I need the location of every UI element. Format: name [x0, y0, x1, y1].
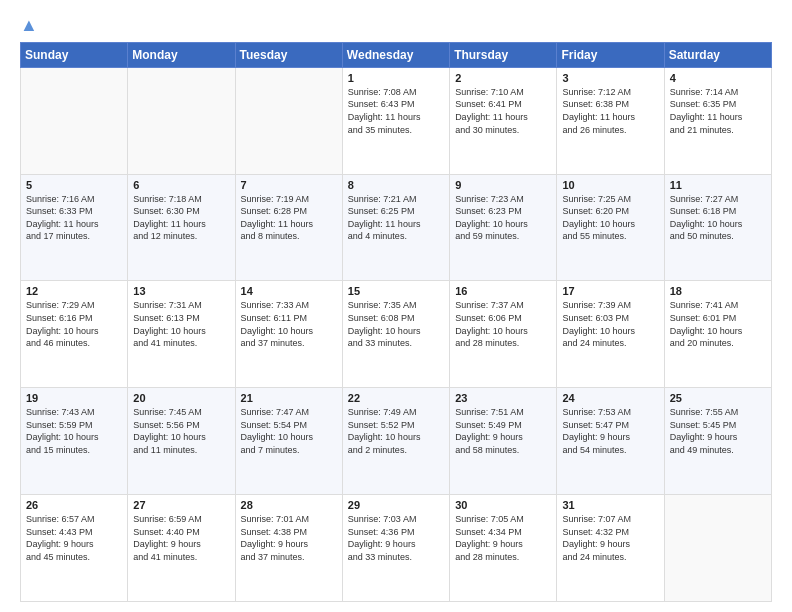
day-number: 3 — [562, 72, 658, 84]
calendar-cell: 5Sunrise: 7:16 AM Sunset: 6:33 PM Daylig… — [21, 174, 128, 281]
day-number: 17 — [562, 285, 658, 297]
day-info: Sunrise: 6:57 AM Sunset: 4:43 PM Dayligh… — [26, 513, 122, 563]
day-info: Sunrise: 7:53 AM Sunset: 5:47 PM Dayligh… — [562, 406, 658, 456]
day-info: Sunrise: 7:43 AM Sunset: 5:59 PM Dayligh… — [26, 406, 122, 456]
calendar-cell: 1Sunrise: 7:08 AM Sunset: 6:43 PM Daylig… — [342, 67, 449, 174]
calendar-cell: 17Sunrise: 7:39 AM Sunset: 6:03 PM Dayli… — [557, 281, 664, 388]
day-info: Sunrise: 7:27 AM Sunset: 6:18 PM Dayligh… — [670, 193, 766, 243]
day-number: 7 — [241, 179, 337, 191]
calendar-cell: 16Sunrise: 7:37 AM Sunset: 6:06 PM Dayli… — [450, 281, 557, 388]
day-number: 26 — [26, 499, 122, 511]
day-number: 15 — [348, 285, 444, 297]
day-number: 27 — [133, 499, 229, 511]
day-number: 28 — [241, 499, 337, 511]
day-info: Sunrise: 7:51 AM Sunset: 5:49 PM Dayligh… — [455, 406, 551, 456]
page: ▲ SundayMondayTuesdayWednesdayThursdayFr… — [0, 0, 792, 612]
day-info: Sunrise: 7:03 AM Sunset: 4:36 PM Dayligh… — [348, 513, 444, 563]
day-info: Sunrise: 7:08 AM Sunset: 6:43 PM Dayligh… — [348, 86, 444, 136]
day-number: 11 — [670, 179, 766, 191]
calendar-cell: 27Sunrise: 6:59 AM Sunset: 4:40 PM Dayli… — [128, 495, 235, 602]
day-number: 16 — [455, 285, 551, 297]
weekday-header-thursday: Thursday — [450, 42, 557, 67]
calendar-week-row: 19Sunrise: 7:43 AM Sunset: 5:59 PM Dayli… — [21, 388, 772, 495]
day-info: Sunrise: 7:14 AM Sunset: 6:35 PM Dayligh… — [670, 86, 766, 136]
day-info: Sunrise: 7:41 AM Sunset: 6:01 PM Dayligh… — [670, 299, 766, 349]
day-info: Sunrise: 7:35 AM Sunset: 6:08 PM Dayligh… — [348, 299, 444, 349]
logo-text: ▲ — [20, 16, 38, 36]
calendar-cell: 10Sunrise: 7:25 AM Sunset: 6:20 PM Dayli… — [557, 174, 664, 281]
day-number: 25 — [670, 392, 766, 404]
calendar-cell: 18Sunrise: 7:41 AM Sunset: 6:01 PM Dayli… — [664, 281, 771, 388]
calendar-cell: 12Sunrise: 7:29 AM Sunset: 6:16 PM Dayli… — [21, 281, 128, 388]
day-info: Sunrise: 7:47 AM Sunset: 5:54 PM Dayligh… — [241, 406, 337, 456]
day-number: 30 — [455, 499, 551, 511]
calendar-cell: 2Sunrise: 7:10 AM Sunset: 6:41 PM Daylig… — [450, 67, 557, 174]
day-number: 1 — [348, 72, 444, 84]
day-number: 6 — [133, 179, 229, 191]
calendar-cell — [128, 67, 235, 174]
calendar-cell: 15Sunrise: 7:35 AM Sunset: 6:08 PM Dayli… — [342, 281, 449, 388]
weekday-header-friday: Friday — [557, 42, 664, 67]
calendar-cell: 9Sunrise: 7:23 AM Sunset: 6:23 PM Daylig… — [450, 174, 557, 281]
day-info: Sunrise: 7:49 AM Sunset: 5:52 PM Dayligh… — [348, 406, 444, 456]
calendar-cell: 3Sunrise: 7:12 AM Sunset: 6:38 PM Daylig… — [557, 67, 664, 174]
day-info: Sunrise: 7:55 AM Sunset: 5:45 PM Dayligh… — [670, 406, 766, 456]
day-info: Sunrise: 7:10 AM Sunset: 6:41 PM Dayligh… — [455, 86, 551, 136]
day-number: 29 — [348, 499, 444, 511]
day-info: Sunrise: 7:07 AM Sunset: 4:32 PM Dayligh… — [562, 513, 658, 563]
calendar-cell — [664, 495, 771, 602]
day-info: Sunrise: 7:37 AM Sunset: 6:06 PM Dayligh… — [455, 299, 551, 349]
day-number: 18 — [670, 285, 766, 297]
day-number: 10 — [562, 179, 658, 191]
day-number: 20 — [133, 392, 229, 404]
calendar-cell: 22Sunrise: 7:49 AM Sunset: 5:52 PM Dayli… — [342, 388, 449, 495]
calendar-cell: 19Sunrise: 7:43 AM Sunset: 5:59 PM Dayli… — [21, 388, 128, 495]
calendar-cell — [235, 67, 342, 174]
calendar-cell: 31Sunrise: 7:07 AM Sunset: 4:32 PM Dayli… — [557, 495, 664, 602]
day-number: 19 — [26, 392, 122, 404]
day-info: Sunrise: 7:25 AM Sunset: 6:20 PM Dayligh… — [562, 193, 658, 243]
day-number: 8 — [348, 179, 444, 191]
day-number: 31 — [562, 499, 658, 511]
calendar-cell: 30Sunrise: 7:05 AM Sunset: 4:34 PM Dayli… — [450, 495, 557, 602]
day-info: Sunrise: 7:01 AM Sunset: 4:38 PM Dayligh… — [241, 513, 337, 563]
calendar-cell: 7Sunrise: 7:19 AM Sunset: 6:28 PM Daylig… — [235, 174, 342, 281]
calendar-cell: 23Sunrise: 7:51 AM Sunset: 5:49 PM Dayli… — [450, 388, 557, 495]
day-info: Sunrise: 7:23 AM Sunset: 6:23 PM Dayligh… — [455, 193, 551, 243]
weekday-header-monday: Monday — [128, 42, 235, 67]
logo: ▲ — [20, 16, 38, 34]
weekday-header-row: SundayMondayTuesdayWednesdayThursdayFrid… — [21, 42, 772, 67]
calendar-cell: 6Sunrise: 7:18 AM Sunset: 6:30 PM Daylig… — [128, 174, 235, 281]
calendar-week-row: 5Sunrise: 7:16 AM Sunset: 6:33 PM Daylig… — [21, 174, 772, 281]
calendar-cell: 11Sunrise: 7:27 AM Sunset: 6:18 PM Dayli… — [664, 174, 771, 281]
day-number: 12 — [26, 285, 122, 297]
calendar-table: SundayMondayTuesdayWednesdayThursdayFrid… — [20, 42, 772, 602]
day-number: 22 — [348, 392, 444, 404]
calendar-cell: 24Sunrise: 7:53 AM Sunset: 5:47 PM Dayli… — [557, 388, 664, 495]
day-info: Sunrise: 7:45 AM Sunset: 5:56 PM Dayligh… — [133, 406, 229, 456]
weekday-header-tuesday: Tuesday — [235, 42, 342, 67]
day-info: Sunrise: 7:29 AM Sunset: 6:16 PM Dayligh… — [26, 299, 122, 349]
day-info: Sunrise: 7:18 AM Sunset: 6:30 PM Dayligh… — [133, 193, 229, 243]
calendar-cell: 21Sunrise: 7:47 AM Sunset: 5:54 PM Dayli… — [235, 388, 342, 495]
weekday-header-sunday: Sunday — [21, 42, 128, 67]
day-number: 13 — [133, 285, 229, 297]
day-info: Sunrise: 6:59 AM Sunset: 4:40 PM Dayligh… — [133, 513, 229, 563]
day-number: 23 — [455, 392, 551, 404]
calendar-week-row: 26Sunrise: 6:57 AM Sunset: 4:43 PM Dayli… — [21, 495, 772, 602]
calendar-week-row: 1Sunrise: 7:08 AM Sunset: 6:43 PM Daylig… — [21, 67, 772, 174]
calendar-cell: 20Sunrise: 7:45 AM Sunset: 5:56 PM Dayli… — [128, 388, 235, 495]
calendar-week-row: 12Sunrise: 7:29 AM Sunset: 6:16 PM Dayli… — [21, 281, 772, 388]
weekday-header-wednesday: Wednesday — [342, 42, 449, 67]
weekday-header-saturday: Saturday — [664, 42, 771, 67]
day-number: 14 — [241, 285, 337, 297]
day-info: Sunrise: 7:31 AM Sunset: 6:13 PM Dayligh… — [133, 299, 229, 349]
calendar-cell: 13Sunrise: 7:31 AM Sunset: 6:13 PM Dayli… — [128, 281, 235, 388]
calendar-cell: 14Sunrise: 7:33 AM Sunset: 6:11 PM Dayli… — [235, 281, 342, 388]
calendar-cell: 25Sunrise: 7:55 AM Sunset: 5:45 PM Dayli… — [664, 388, 771, 495]
day-info: Sunrise: 7:33 AM Sunset: 6:11 PM Dayligh… — [241, 299, 337, 349]
header: ▲ — [20, 16, 772, 34]
day-number: 5 — [26, 179, 122, 191]
calendar-cell: 4Sunrise: 7:14 AM Sunset: 6:35 PM Daylig… — [664, 67, 771, 174]
day-info: Sunrise: 7:16 AM Sunset: 6:33 PM Dayligh… — [26, 193, 122, 243]
